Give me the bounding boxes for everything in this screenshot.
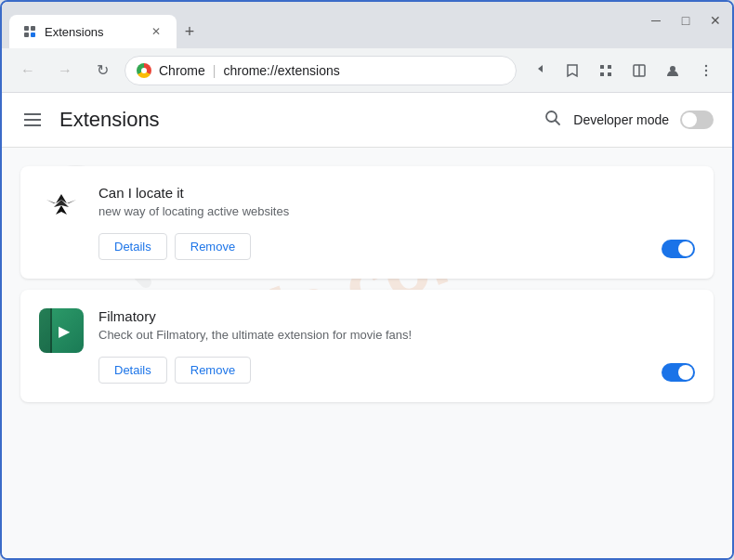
header-left: Extensions — [20, 108, 160, 132]
header-right: Developer mode — [544, 109, 714, 132]
new-tab-button[interactable]: + — [177, 19, 203, 45]
menu-icon[interactable] — [20, 110, 45, 130]
extension-info: Filmatory Check out Filmatory, the ultim… — [98, 308, 647, 384]
svg-rect-1 — [31, 26, 35, 31]
tab-favicon — [22, 24, 37, 39]
extension-actions: Details Remove — [98, 233, 647, 260]
extension-name: Filmatory — [98, 308, 647, 324]
split-view-button[interactable] — [624, 56, 654, 85]
svg-rect-7 — [608, 72, 611, 76]
filmatory-icon — [39, 308, 84, 353]
page-title: Extensions — [59, 108, 160, 132]
extension-card-inner: Can I locate it new way of locating acti… — [39, 185, 695, 260]
svg-rect-3 — [31, 33, 35, 37]
extension-description: Check out Filmatory, the ultimate extens… — [98, 328, 647, 342]
nav-actions — [524, 56, 721, 85]
extension-enable-toggle[interactable] — [662, 240, 695, 258]
forward-button[interactable]: → — [50, 56, 80, 85]
extension-card: Filmatory Check out Filmatory, the ultim… — [20, 290, 714, 402]
reload-button[interactable]: ↻ — [87, 56, 117, 85]
extensions-header: Extensions Developer mode — [2, 93, 732, 148]
address-separator: | — [213, 63, 216, 78]
back-button[interactable]: ← — [13, 56, 43, 85]
extension-toggle-area — [662, 308, 695, 384]
main-content: Extensions Developer mode — [2, 93, 732, 558]
svg-rect-2 — [24, 33, 29, 37]
extension-card-inner: Filmatory Check out Filmatory, the ultim… — [39, 308, 695, 384]
profile-button[interactable] — [658, 56, 688, 85]
remove-button[interactable]: Remove — [175, 357, 251, 384]
extension-card: Can I locate it new way of locating acti… — [20, 166, 714, 279]
tab-bar: Extensions ✕ + — [9, 15, 203, 48]
search-button[interactable] — [544, 109, 562, 132]
details-button[interactable]: Details — [98, 233, 167, 260]
svg-rect-4 — [600, 65, 604, 69]
svg-line-15 — [556, 120, 560, 124]
toggle-on-knob — [678, 365, 693, 380]
svg-point-12 — [705, 69, 707, 71]
nav-bar: ← → ↻ Chrome | chrome://extensions — [2, 48, 732, 93]
site-name: Chrome — [159, 63, 205, 78]
remove-button[interactable]: Remove — [175, 233, 251, 260]
svg-rect-0 — [24, 26, 29, 31]
tab-title: Extensions — [45, 25, 141, 39]
bookmark-button[interactable] — [557, 56, 587, 85]
toggle-knob — [682, 112, 697, 127]
extension-info: Can I locate it new way of locating acti… — [98, 185, 647, 260]
close-button[interactable]: ✕ — [708, 13, 723, 28]
extension-toggle-area — [662, 185, 695, 260]
developer-mode-toggle[interactable] — [680, 111, 714, 129]
extension-description: new way of locating active websites — [98, 204, 647, 218]
extensions-list: ria.com — [2, 148, 732, 421]
share-button[interactable] — [524, 56, 554, 85]
svg-point-11 — [705, 64, 707, 66]
svg-point-13 — [705, 73, 707, 75]
chrome-icon — [137, 63, 151, 78]
browser-window: ─ □ ✕ Extensions ✕ + — [0, 0, 734, 560]
extension-enable-toggle[interactable] — [662, 363, 695, 382]
developer-mode-label: Developer mode — [573, 112, 669, 127]
tab-close-button[interactable]: ✕ — [149, 24, 164, 39]
title-bar: ─ □ ✕ Extensions ✕ + — [2, 2, 732, 48]
extension-icon — [39, 185, 84, 229]
extension-actions: Details Remove — [98, 357, 647, 384]
address-bar[interactable]: Chrome | chrome://extensions — [125, 56, 517, 85]
extensions-tab[interactable]: Extensions ✕ — [9, 15, 177, 48]
toggle-on-knob — [678, 241, 693, 256]
extensions-button[interactable] — [591, 56, 621, 85]
more-menu-button[interactable] — [691, 56, 721, 85]
window-controls: ─ □ ✕ — [649, 13, 723, 28]
svg-rect-6 — [600, 72, 604, 76]
minimize-button[interactable]: ─ — [649, 13, 663, 28]
details-button[interactable]: Details — [98, 357, 167, 384]
svg-rect-5 — [608, 65, 611, 69]
maximize-button[interactable]: □ — [678, 13, 693, 28]
address-url: chrome://extensions — [223, 63, 339, 78]
extension-name: Can I locate it — [98, 185, 647, 201]
